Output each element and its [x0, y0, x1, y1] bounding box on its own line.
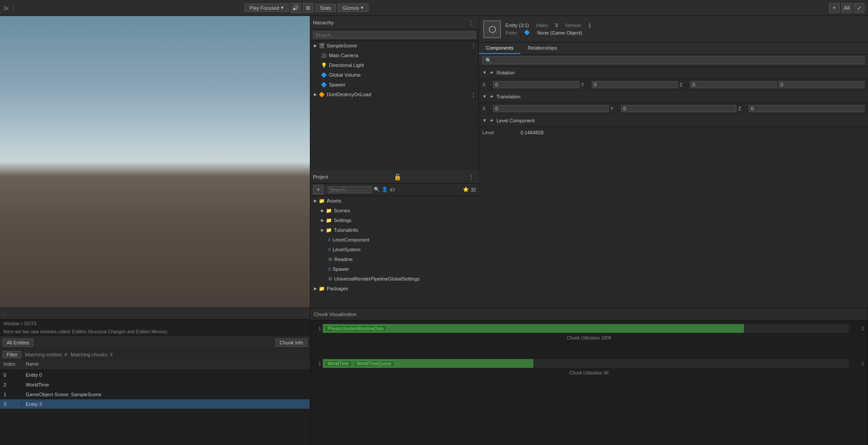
project-item-packages[interactable]: ▶ 📁 Packages [310, 284, 479, 293]
chunk-info-button[interactable]: Chunk Info [276, 339, 307, 347]
entities-panel: ⋮ Window > DOTS there are two new module… [0, 308, 310, 445]
hierarchy-item-globalvolume[interactable]: 🔷 Global Volume [310, 70, 478, 80]
screenshot-button[interactable]: ⊞ [303, 3, 313, 13]
hierarchy-toolbar [310, 29, 478, 41]
project-lock-button[interactable]: 🔒 [392, 173, 403, 180]
hierarchy-item-directionallight[interactable]: 💡 Directional Light [310, 60, 478, 70]
all-entities-button[interactable]: All Entities [3, 339, 33, 347]
inspector-search [479, 55, 868, 66]
chunk-visualization-panel: Chunk Visualization 1 PhysicsSystemRunti… [310, 308, 868, 445]
scenes-folder-icon: 📁 [326, 208, 332, 214]
project-menu-button[interactable]: ⋮ [466, 173, 476, 180]
translation-component-header[interactable]: ▼ ✦ Translation [479, 90, 868, 103]
project-item-levelcomponent[interactable]: # LevelComponent [310, 235, 479, 245]
dontdestroy-menu-button[interactable]: ⋮ [469, 91, 478, 98]
project-item-spawer[interactable]: # Spawer [310, 264, 479, 274]
project-item-urp[interactable]: ⚙ UniversalRenderPipelineGlobalSettings [310, 274, 479, 284]
project-item-levelsystem[interactable]: # LevelSystem [310, 245, 479, 254]
entity-row-2[interactable]: 2 WorldTime [0, 380, 310, 390]
project-item-readme[interactable]: ⚙ Readme [310, 254, 479, 264]
project-item-tutorialinfo[interactable]: ▶ 📁 TutorialInfo [310, 225, 479, 235]
gizmos-button[interactable]: Gizmos ▾ [338, 4, 368, 12]
inspector-panel: ⬡ Entity (3:1) Index 3 Version 1 From 🔷 … [479, 16, 868, 308]
trans-y-input[interactable] [621, 105, 737, 112]
all-label: All [844, 5, 849, 11]
scene-viewport[interactable] [0, 16, 310, 308]
levelcomp-icon: # [328, 237, 331, 242]
directional-light-label: Directional Light [329, 62, 364, 68]
rotation-component-header[interactable]: ▼ ✦ Rotation [479, 66, 868, 79]
stats-button[interactable]: Stats [315, 4, 336, 12]
add-button[interactable]: + [829, 3, 840, 13]
project-item-settings[interactable]: ▶ 📁 Settings [310, 215, 479, 225]
entity-name-0: Entity 0 [22, 372, 310, 378]
rot-w-input[interactable] [778, 81, 865, 88]
translation-label: Translation [497, 94, 520, 99]
chunk-num-start-1: 1 [314, 326, 321, 331]
bottom-section: ⋮ Window > DOTS there are two new module… [0, 308, 868, 445]
settings-folder-icon: 📁 [326, 218, 332, 223]
util-val-2: 96 [604, 371, 609, 375]
col-header-index: Index [0, 360, 22, 370]
hierarchy-item-spawer[interactable]: 🔷 Spawer [310, 80, 478, 90]
rot-x-input[interactable] [493, 81, 579, 88]
from-row: From 🔷 None (Game Object) [505, 30, 591, 35]
project-add-button[interactable]: + [313, 185, 324, 195]
dots-panel: ⋮ [0, 308, 310, 320]
hierarchy-search-input[interactable] [313, 31, 476, 39]
settings-arrow-icon: ▶ [321, 218, 324, 222]
chunk-section-2: 1 WorldTime WorldTimeQueue 1 Chunk Utili… [314, 359, 864, 376]
breadcrumb: Window > DOTS [0, 320, 310, 328]
scene-menu-button[interactable]: ⋮ [469, 42, 478, 49]
rot-y-input[interactable] [592, 81, 678, 88]
tab-components[interactable]: Components [479, 43, 520, 54]
entity-row-3[interactable]: 3 Entity 3 [0, 399, 310, 409]
spawer2-label: Spawer [332, 266, 349, 272]
assets-folder-icon: 📁 [319, 198, 325, 204]
dontdestroy-icon: 🔶 [319, 92, 325, 98]
filter-bar: Filter Matching entities: 4 Matching chu… [0, 349, 310, 360]
info-message: there are two new modules called: Entiti… [0, 328, 310, 336]
maximize-button[interactable]: ⤢ [854, 3, 864, 13]
project-content: ▶ 📁 Assets ▶ 📁 Scenes ▶ 📁 Settings ▶ 📁 [310, 196, 479, 308]
level-puzzle-icon: ✦ [489, 117, 494, 124]
util-label-2: Chunk Utilization [569, 371, 602, 375]
all-button[interactable]: All [841, 3, 852, 13]
readme-label: Readme [334, 257, 353, 262]
entity-row-0[interactable]: 0 Entity 0 [0, 370, 310, 380]
trans-x-input[interactable] [493, 105, 609, 112]
dontdestroy-arrow-icon: ▶ [314, 92, 317, 97]
filter-button[interactable]: Filter [3, 351, 21, 358]
audio-toggle-button[interactable]: 🔊 [290, 3, 301, 13]
arrow-icon: ▶ [314, 43, 317, 48]
version-value: 1 [588, 23, 591, 28]
right-controls: + All ⤢ [829, 3, 864, 13]
play-focused-button[interactable]: Play Focused ▾ [245, 4, 289, 12]
entity-name-1: GameObject Scene: SampleScene [22, 392, 310, 397]
playmode-controls: Play Focused ▾ 🔊 ⊞ Stats Gizmos ▾ [245, 3, 368, 13]
rot-x-label: X [482, 82, 491, 87]
hierarchy-item-dontdestroyonload[interactable]: ▶ 🔶 DontDestroyOnLoad ⋮ [310, 90, 478, 99]
hierarchy-item-maincamera[interactable]: 🎥 Main Camera [310, 51, 478, 60]
hierarchy-item-samplescene[interactable]: ▶ 🎬 SampleScene ⋮ [310, 41, 478, 51]
inspector-search-input[interactable] [482, 56, 864, 64]
inspector-header: ⬡ Entity (3:1) Index 3 Version 1 From 🔷 … [479, 16, 868, 43]
tutorial-arrow-icon: ▶ [321, 228, 324, 232]
project-panel: Project 🔒 ⋮ + 🔍 👤 🏷 ⭐ 32 ▶ 📁 Assets [310, 170, 479, 308]
level-component-header[interactable]: ▼ ✦ Level Component [479, 114, 868, 127]
entity-row-1[interactable]: 1 GameObject Scene: SampleScene [0, 390, 310, 399]
level-label: Level [482, 130, 518, 135]
trans-z-input[interactable] [749, 105, 864, 112]
hierarchy-menu-button[interactable]: ⋮ [466, 19, 476, 26]
project-item-assets[interactable]: ▶ 📁 Assets [310, 196, 479, 206]
col-header-name: Name [22, 360, 310, 370]
project-item-scenes[interactable]: ▶ 📁 Scenes [310, 206, 479, 215]
tutorial-label: TutorialInfo [334, 227, 358, 233]
project-search-input[interactable] [328, 186, 372, 193]
settings-label: Settings [334, 218, 352, 223]
entity-name-2: WorldTime [22, 382, 310, 387]
tab-relationships[interactable]: Relationships [520, 43, 564, 54]
camera-icon: 🎥 [321, 53, 327, 59]
main-layout: Hierarchy ⋮ ▶ 🎬 SampleScene ⋮ 🎥 Main Cam… [0, 16, 868, 308]
rot-z-input[interactable] [690, 81, 777, 88]
